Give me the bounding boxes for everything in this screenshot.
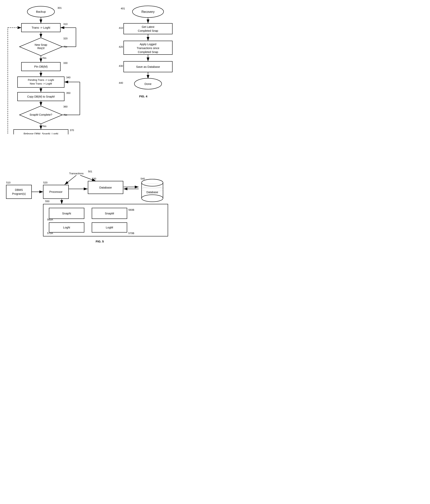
svg-rect-59 [124,23,172,34]
svg-text:Yes: Yes [42,56,46,59]
svg-text:Done: Done [144,82,152,85]
svg-rect-64 [124,41,172,54]
svg-text:420: 420 [119,45,123,48]
svg-rect-4 [21,23,60,32]
svg-text:Save as Database: Save as Database [136,65,160,68]
svg-text:Trans -> LogN: Trans -> LogN [32,26,50,29]
svg-text:340: 340 [66,76,71,79]
svg-text:No: No [64,113,67,116]
svg-point-54 [132,6,164,18]
svg-text:Program(s): Program(s) [12,192,26,195]
svg-text:SnapN: SnapN [62,212,71,215]
svg-text:360: 360 [63,105,68,108]
svg-text:570A: 570A [47,232,53,235]
svg-text:SnapM Complete?: SnapM Complete? [30,113,52,116]
svg-text:Pending Trans -> LogN: Pending Trans -> LogN [28,79,54,81]
svg-text:320: 320 [63,37,68,40]
svg-text:FIG. 4: FIG. 4 [139,95,147,98]
svg-text:540: 540 [141,177,145,180]
svg-text:LogN: LogN [63,226,70,229]
svg-text:440: 440 [119,81,123,84]
svg-text:Yes: Yes [42,125,46,127]
svg-rect-22 [18,77,64,87]
svg-text:Transactions since: Transactions since [137,46,159,50]
svg-text:Get Latest: Get Latest [142,25,154,28]
svg-text:550: 550 [45,200,49,203]
svg-text:510: 510 [6,181,10,184]
svg-text:Transactions: Transactions [69,172,84,175]
svg-text:No: No [64,45,67,48]
svg-text:Recovery: Recovery [141,10,155,13]
svg-text:Apply Logged: Apply Logged [140,43,156,46]
svg-text:370: 370 [70,129,74,132]
svg-marker-31 [19,106,62,124]
svg-text:FIG. 5: FIG. 5 [96,240,104,243]
svg-text:Completed Snap: Completed Snap [138,29,158,32]
svg-text:430: 430 [119,64,123,67]
svg-marker-8 [19,38,62,56]
page: Backup 301 Trans -> LogN 310 New Snap Re… [0,0,215,252]
fig3-svg: Backup 301 Trans -> LogN 310 New Snap Re… [2,2,95,134]
svg-rect-79 [6,185,32,199]
svg-text:Req'd: Req'd [37,46,45,50]
svg-rect-40 [14,129,68,134]
svg-text:Pin DB(M): Pin DB(M) [34,65,47,68]
svg-text:560B: 560B [128,208,134,211]
svg-text:530: 530 [92,177,96,180]
svg-text:570B: 570B [128,232,134,235]
svg-line-89 [65,175,76,185]
svg-text:Copy DB(M) to SnapM: Copy DB(M) to SnapM [27,95,55,98]
svg-text:SnapM: SnapM [105,212,114,215]
svg-text:Database: Database [99,186,112,189]
svg-text:Database: Database [146,191,158,194]
svg-text:410: 410 [119,27,123,29]
svg-text:560A: 560A [47,218,53,221]
svg-point-74 [134,78,162,89]
svg-text:New Snap: New Snap [35,43,47,46]
svg-text:Processor: Processor [49,190,63,193]
svg-text:301: 301 [57,6,62,9]
svg-rect-27 [18,92,64,101]
fig5-svg: DBMS Program(s) 510 Processor 520 Transa… [4,162,211,243]
svg-rect-18 [21,62,60,71]
svg-text:New Trans -> LogM: New Trans -> LogM [30,82,52,85]
svg-text:DBMS: DBMS [15,188,23,191]
svg-text:350: 350 [66,91,71,94]
svg-point-101 [142,195,163,202]
svg-text:501: 501 [88,170,92,173]
svg-text:Backup: Backup [36,10,46,13]
fig4-svg: Recovery 401 410 Get Latest Completed Sn… [109,2,203,115]
svg-text:LogM: LogM [106,226,113,229]
svg-text:330: 330 [63,62,68,64]
svg-rect-70 [124,61,172,72]
svg-point-102 [142,179,163,186]
svg-text:Completed Snap: Completed Snap [138,50,158,54]
svg-text:310: 310 [63,23,68,26]
svg-text:401: 401 [121,7,125,10]
svg-text:520: 520 [43,181,47,184]
svg-point-0 [27,6,54,17]
svg-text:Release DBM, SnapN, LogN: Release DBM, SnapN, LogN [24,132,58,134]
